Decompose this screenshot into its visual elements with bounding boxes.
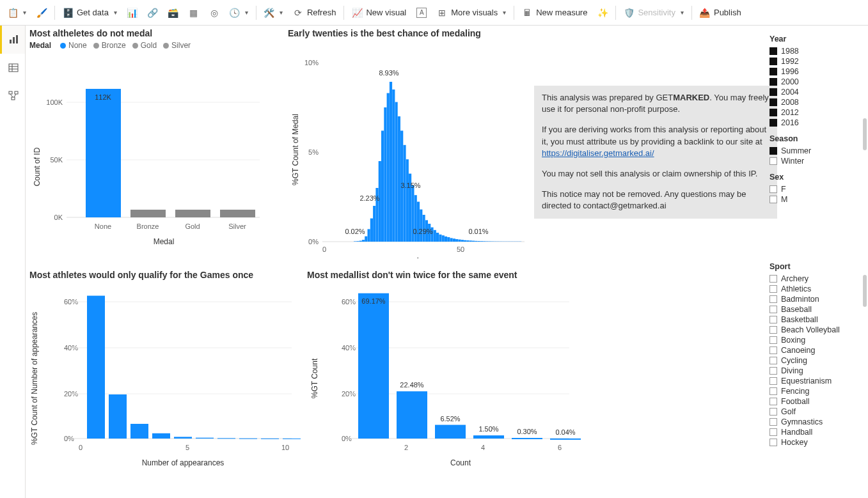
data-view-button[interactable]: [0, 54, 25, 82]
quick-measure-button[interactable]: ✨: [592, 3, 613, 23]
slicer-sport-item[interactable]: Football: [769, 396, 855, 407]
svg-rect-38: [365, 237, 367, 242]
svg-text:2: 2: [404, 444, 408, 451]
slicer-sport: Sport ArcheryAthleticsBadmintonBaseballB…: [764, 258, 860, 447]
slicer-sport-item[interactable]: Boxing: [769, 335, 855, 345]
panel-collapse-handle[interactable]: [863, 118, 867, 150]
slicer-sport-item[interactable]: Basketball: [769, 315, 855, 325]
get-data-button[interactable]: 🗄️ Get data ▾: [58, 3, 122, 23]
slicer-sport-item[interactable]: Handball: [769, 427, 855, 437]
svg-rect-53: [406, 159, 409, 242]
model-view-button[interactable]: [0, 82, 25, 110]
slicer-sex-item[interactable]: M: [769, 194, 855, 205]
slicer-season-item[interactable]: Summer: [769, 146, 855, 156]
slicer-year-item[interactable]: 1996: [769, 66, 855, 77]
svg-text:50K: 50K: [50, 156, 63, 164]
slicer-sport-item[interactable]: Golf: [769, 407, 855, 417]
svg-text:5%: 5%: [308, 148, 319, 156]
svg-rect-19: [86, 89, 121, 217]
svg-text:4: 4: [481, 444, 485, 451]
enter-data-button[interactable]: ▦: [184, 3, 204, 23]
recent-sources-button[interactable]: 🕓 ▾: [225, 3, 253, 23]
slicer-year-item[interactable]: 2008: [769, 97, 855, 107]
slicer-sport-item[interactable]: Equestrianism: [769, 376, 855, 386]
slicer-sport-item[interactable]: Hockey: [769, 437, 855, 447]
slicer-sport-item[interactable]: Fencing: [769, 386, 855, 396]
transform-icon: 🛠️: [264, 8, 274, 18]
svg-text:6.52%: 6.52%: [440, 415, 460, 423]
text-box-button[interactable]: A: [411, 3, 432, 23]
more-visuals-button[interactable]: ⊞ More visuals ▾: [432, 3, 511, 23]
refresh-button[interactable]: ⟳ Refresh: [288, 3, 342, 23]
paste-button[interactable]: 📋 ▾: [3, 3, 31, 23]
legend-swatch: [132, 43, 138, 49]
svg-text:Age: Age: [415, 256, 429, 258]
svg-rect-79: [478, 241, 480, 242]
svg-rect-146: [550, 439, 581, 440]
datahub-button[interactable]: 🔗: [143, 3, 163, 23]
svg-text:112K: 112K: [95, 93, 111, 101]
report-canvas[interactable]: Most altheletes do not medal Medal None …: [26, 26, 868, 498]
slicer-sport-item[interactable]: Diving: [769, 366, 855, 376]
checkbox-icon: [769, 408, 777, 416]
chart-appearances[interactable]: Most athletes would only qualify for the…: [29, 270, 304, 494]
svg-text:0: 0: [79, 444, 83, 451]
legend-item: Silver: [163, 41, 191, 50]
slicer-sport-item[interactable]: Gymnastics: [769, 417, 855, 427]
slicer-sport-item[interactable]: Beach Volleyball: [769, 325, 855, 335]
slicer-sport-item[interactable]: Baseball: [769, 304, 855, 315]
publish-icon: 📤: [700, 8, 710, 18]
svg-rect-119: [217, 438, 235, 439]
server-icon: 🗃️: [168, 8, 178, 18]
slicer-sex-title: Sex: [769, 173, 855, 182]
slicer-sport-item[interactable]: Badminton: [769, 294, 855, 304]
svg-rect-36: [359, 241, 362, 242]
svg-text:%GT Count of Number of appeara: %GT Count of Number of appearances: [30, 312, 39, 445]
attribution-link[interactable]: https://digitaliser.getmarked.ai/: [542, 148, 654, 158]
svg-rect-116: [152, 433, 170, 439]
chart-title: Most medallist don't win twice for the s…: [307, 270, 582, 280]
slicer-year-item[interactable]: 2000: [769, 77, 855, 87]
slicer-year-item[interactable]: 2012: [769, 107, 855, 118]
dataverse-button[interactable]: ◎: [204, 3, 225, 23]
chart-title: Early twenties is the best chance of med…: [288, 28, 537, 38]
checkbox-icon: [769, 316, 777, 323]
transform-data-button[interactable]: 🛠️ ▾: [259, 3, 288, 23]
slicer-sex-item[interactable]: F: [769, 184, 855, 194]
slicer-sport-item[interactable]: Archery: [769, 274, 855, 284]
slicer-year-item[interactable]: 1988: [769, 46, 855, 56]
svg-rect-115: [130, 424, 148, 439]
svg-rect-23: [220, 210, 255, 217]
new-measure-button[interactable]: 🖩 New measure: [517, 3, 592, 23]
slicer-year-item[interactable]: 2016: [769, 118, 855, 128]
slicer-year-item[interactable]: 1992: [769, 56, 855, 66]
format-painter-button[interactable]: 🖌️: [31, 3, 52, 23]
slicer-sport-item[interactable]: Athletics: [769, 284, 855, 294]
slicer-sport-item[interactable]: Canoeing: [769, 345, 855, 355]
panel-collapse-handle[interactable]: [863, 275, 867, 307]
chart-svg: %GT Count of Medal 10% 5% 0% 8.93% 3.15%…: [288, 41, 537, 258]
chevron-down-icon: ▾: [280, 9, 283, 16]
svg-rect-65: [439, 235, 441, 242]
new-visual-button[interactable]: 📈 New visual: [347, 3, 411, 23]
new-visual-label: New visual: [366, 8, 406, 17]
chart-age-distribution[interactable]: Early twenties is the best chance of med…: [288, 28, 537, 258]
textbox-icon: A: [416, 8, 427, 18]
slicer-year-item[interactable]: 2004: [769, 87, 855, 97]
attribution-textbox[interactable]: This analysis was prepared by GETMARKED.…: [534, 86, 777, 219]
slicer-panel: Year 19881992199620002004200820122016 Se…: [764, 31, 860, 205]
view-rail: [0, 26, 26, 498]
shield-icon: 🛡️: [624, 8, 634, 18]
checkbox-icon: [769, 295, 777, 303]
publish-button[interactable]: 📤 Publish: [695, 3, 746, 23]
report-view-button[interactable]: [0, 26, 25, 54]
excel-button[interactable]: 📊: [122, 3, 143, 23]
slicer-season-item[interactable]: Winter: [769, 156, 855, 166]
sql-button[interactable]: 🗃️: [163, 3, 184, 23]
slicer-sport-item[interactable]: Cycling: [769, 355, 855, 366]
chart-icon: 📈: [352, 8, 362, 18]
legend-title: Medal: [29, 41, 51, 50]
separator: [691, 6, 692, 20]
chart-repeat-medals[interactable]: Most medallist don't win twice for the s…: [307, 270, 582, 494]
chart-medal-counts[interactable]: Most altheletes do not medal Medal None …: [29, 28, 285, 258]
